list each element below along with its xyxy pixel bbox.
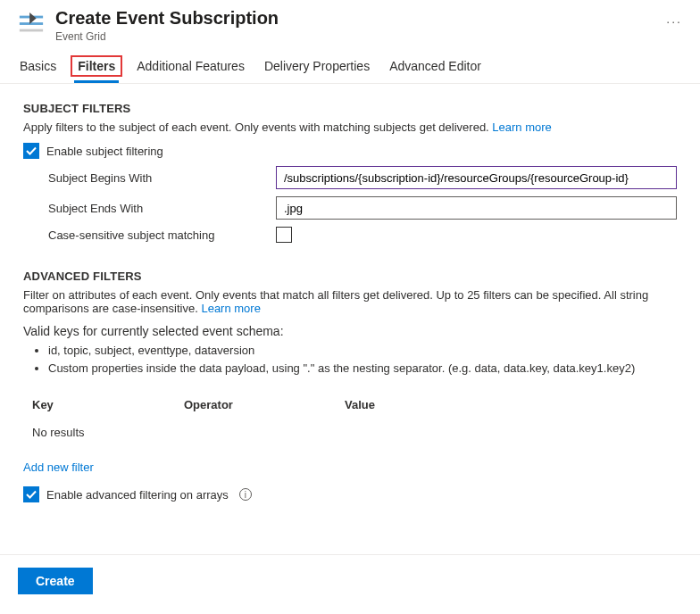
tab-filters[interactable]: Filters (74, 54, 119, 83)
subject-begins-with-label: Subject Begins With (48, 171, 276, 185)
enable-array-filtering-checkbox[interactable] (23, 486, 39, 502)
valid-keys-title: Valid keys for currently selected event … (23, 324, 677, 338)
subject-learn-more-link[interactable]: Learn more (492, 120, 551, 134)
case-sensitive-label: Case-sensitive subject matching (48, 228, 276, 242)
page-title: Create Event Subscription (55, 7, 639, 29)
check-icon (26, 145, 37, 156)
info-icon[interactable]: i (239, 488, 252, 501)
advanced-learn-more-link[interactable]: Learn more (201, 302, 260, 315)
create-button[interactable]: Create (18, 568, 93, 594)
valid-keys-item: id, topic, subject, eventtype, dataversi… (48, 342, 677, 360)
subject-begins-with-input[interactable] (276, 166, 677, 189)
case-sensitive-checkbox[interactable] (276, 227, 292, 243)
subject-ends-with-input[interactable] (276, 196, 677, 220)
svg-rect-1 (20, 22, 43, 25)
tab-advanced-editor[interactable]: Advanced Editor (388, 54, 483, 83)
footer: Create (0, 554, 700, 607)
subject-filters-description: Apply filters to the subject of each eve… (23, 120, 677, 134)
subject-ends-with-label: Subject Ends With (48, 202, 276, 215)
tab-additional-features[interactable]: Additional Features (135, 54, 246, 83)
tab-filters-label: Filters (71, 55, 122, 77)
enable-subject-filtering-checkbox[interactable] (23, 143, 39, 159)
valid-keys-list: id, topic, subject, eventtype, dataversi… (23, 342, 677, 377)
subject-filters-description-text: Apply filters to the subject of each eve… (23, 120, 492, 134)
enable-array-filtering-label: Enable advanced filtering on arrays (46, 488, 229, 502)
svg-rect-2 (20, 29, 43, 32)
tab-basics[interactable]: Basics (18, 54, 58, 83)
event-grid-icon (18, 11, 45, 37)
filter-col-value: Value (345, 398, 677, 411)
add-new-filter-link[interactable]: Add new filter (23, 460, 677, 474)
filter-col-key: Key (23, 398, 184, 411)
tab-bar: Basics Filters Additional Features Deliv… (0, 43, 700, 84)
check-icon (26, 489, 37, 500)
enable-subject-filtering-label: Enable subject filtering (46, 145, 163, 158)
more-options-button[interactable]: ··· (666, 14, 682, 29)
advanced-filters-description: Filter on attributes of each event. Only… (23, 288, 677, 315)
advanced-filters-description-text: Filter on attributes of each event. Only… (23, 288, 648, 315)
filter-table-header: Key Operator Value (23, 393, 677, 417)
filter-col-operator: Operator (184, 398, 345, 411)
tab-delivery-properties[interactable]: Delivery Properties (262, 54, 371, 83)
advanced-filters-heading: ADVANCED FILTERS (23, 270, 677, 283)
svg-marker-3 (29, 12, 37, 24)
page-subtitle: Event Grid (55, 30, 639, 43)
filter-no-results: No results (23, 417, 677, 448)
subject-filters-heading: SUBJECT FILTERS (23, 102, 677, 115)
valid-keys-item: Custom properties inside the data payloa… (48, 360, 677, 378)
